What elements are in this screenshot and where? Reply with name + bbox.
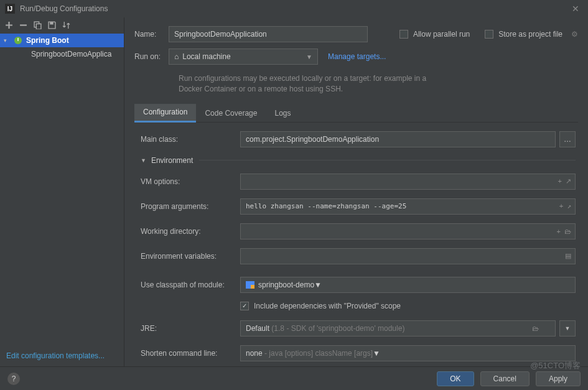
window-title: Run/Debug Configurations [20, 4, 568, 13]
include-provided-label: Include dependencies with "Provided" sco… [254, 302, 401, 310]
plus-icon[interactable]: + [557, 228, 561, 235]
store-project-label: Store as project file [498, 30, 562, 39]
folder-icon[interactable]: 🗁 [532, 325, 539, 332]
list-icon[interactable]: ▤ [565, 252, 571, 260]
working-dir-label: Working directory: [141, 227, 240, 236]
app-icon: IJ [5, 4, 15, 14]
env-vars-field[interactable]: ▤ [240, 248, 576, 264]
store-project-checkbox[interactable] [485, 30, 493, 39]
working-dir-field[interactable]: +🗁 [240, 223, 576, 239]
tree-item-config[interactable]: SpringbootDemoApplica [0, 47, 124, 61]
chevron-down-icon: ▼ [373, 349, 380, 358]
svg-rect-3 [50, 22, 53, 24]
vm-options-label: VM options: [141, 177, 240, 186]
name-input[interactable] [169, 26, 368, 42]
shorten-label: Shorten command line: [141, 349, 240, 358]
runon-label: Run on: [134, 52, 169, 61]
env-vars-label: Environment variables: [141, 252, 240, 261]
main-class-label: Main class: [141, 135, 240, 144]
tab-code-coverage[interactable]: Code Coverage [196, 104, 266, 123]
copy-icon[interactable] [34, 21, 42, 29]
home-icon: ⌂ [174, 52, 179, 61]
program-args-field[interactable]: hello zhangsan --name=zhangsan --age=25 … [240, 198, 576, 215]
runon-value: Local machine [182, 52, 230, 61]
runon-hint: Run configurations may be executed local… [179, 73, 427, 95]
help-button[interactable]: ? [7, 373, 20, 385]
section-label: Environment [151, 156, 193, 165]
chevron-down-icon: ▾ [4, 37, 10, 44]
ok-button[interactable]: OK [437, 371, 474, 386]
classpath-label: Use classpath of module: [141, 281, 240, 289]
plus-icon[interactable]: + [559, 202, 564, 210]
include-provided-checkbox[interactable]: ✓ [240, 302, 249, 310]
plus-icon[interactable]: + [558, 177, 562, 185]
tab-logs[interactable]: Logs [266, 104, 299, 123]
tabs: Configuration Code Coverage Logs [134, 104, 578, 123]
jre-label: JRE: [141, 324, 240, 333]
tree-item-label: SpringbootDemoApplica [31, 50, 111, 58]
expand-icon[interactable]: ↗ [567, 202, 571, 210]
tree-group-label: Spring Boot [26, 36, 69, 45]
config-toolbar [0, 17, 124, 32]
apply-button[interactable]: Apply [536, 371, 581, 386]
chevron-down-icon: ▼ [141, 157, 146, 164]
jre-dropdown-button[interactable]: ▼ [559, 320, 576, 337]
environment-section[interactable]: ▼ Environment [141, 156, 576, 165]
springboot-icon [14, 36, 22, 45]
classpath-combo[interactable]: springboot-demo ▼ [240, 277, 576, 293]
allow-parallel-label: Allow parallel run [413, 30, 470, 39]
allow-parallel-checkbox[interactable] [399, 30, 408, 39]
expand-icon[interactable]: ↗ [566, 177, 571, 185]
runon-combo[interactable]: ⌂ Local machine ▼ [169, 49, 318, 65]
folder-icon[interactable]: 🗁 [564, 228, 571, 235]
svg-rect-0 [20, 24, 27, 26]
tab-configuration[interactable]: Configuration [134, 104, 196, 123]
sort-icon[interactable] [62, 21, 70, 29]
config-tree: ▾ Spring Boot SpringbootDemoApplica [0, 32, 124, 345]
chevron-down-icon: ▼ [306, 53, 312, 60]
vm-options-field[interactable]: +↗ [240, 174, 576, 190]
chevron-down-icon: ▼ [314, 281, 322, 289]
program-args-label: Program arguments: [141, 202, 240, 211]
browse-main-class-button[interactable]: … [559, 131, 576, 147]
content-pane: Name: Allow parallel run Store as projec… [124, 17, 588, 366]
sidebar: ▾ Spring Boot SpringbootDemoApplica Edit… [0, 17, 124, 366]
remove-icon[interactable] [19, 21, 27, 29]
manage-targets-link[interactable]: Manage targets... [328, 52, 386, 61]
name-label: Name: [134, 30, 169, 39]
svg-rect-2 [36, 24, 41, 29]
save-icon[interactable] [48, 21, 56, 29]
cancel-button[interactable]: Cancel [480, 371, 530, 386]
dialog-footer: ? OK Cancel Apply [0, 366, 588, 390]
tree-group-springboot[interactable]: ▾ Spring Boot [0, 34, 124, 47]
close-icon[interactable]: ✕ [568, 2, 583, 15]
shorten-combo[interactable]: none - java [options] className [args] ▼ [240, 345, 576, 361]
main-class-field[interactable]: com.project.SpringbootDemoApplication [240, 131, 556, 147]
titlebar: IJ Run/Debug Configurations ✕ [0, 0, 588, 17]
gear-icon[interactable]: ⚙ [571, 30, 578, 39]
edit-templates-link[interactable]: Edit configuration templates... [6, 351, 105, 360]
module-icon [246, 281, 254, 289]
add-icon[interactable] [5, 21, 13, 29]
jre-combo[interactable]: Default (1.8 - SDK of 'springboot-demo' … [240, 320, 556, 337]
